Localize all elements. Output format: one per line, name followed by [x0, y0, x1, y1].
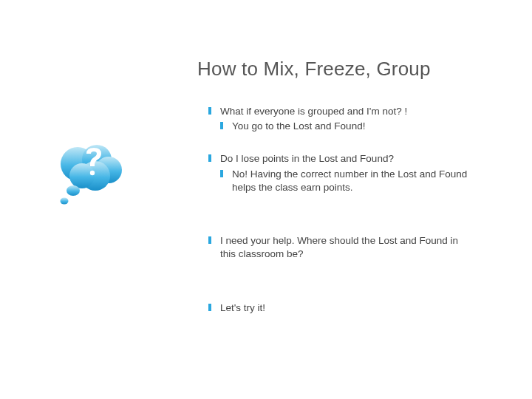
bullet-block: Do I lose points in the Lost and Found? … [208, 152, 474, 194]
bullet-item: Let's try it! [208, 301, 474, 315]
bullet-item: What if everyone is grouped and I'm not?… [208, 105, 474, 118]
square-bullet-icon [208, 236, 211, 244]
bullet-item: I need your help. Where should the Lost … [208, 234, 474, 261]
slide-title: How to Mix, Freeze, Group [197, 58, 431, 81]
svg-point-7 [90, 171, 95, 175]
svg-point-4 [69, 163, 95, 188]
bullet-text: I need your help. Where should the Lost … [220, 235, 458, 259]
bullet-block: Let's try it! [208, 301, 474, 315]
square-bullet-icon [208, 304, 211, 311]
content-area: What if everyone is grouped and I'm not?… [208, 105, 474, 315]
square-bullet-icon [208, 154, 211, 162]
svg-point-6 [61, 198, 69, 205]
sub-bullet-item: No! Having the correct number in the Los… [220, 168, 474, 194]
sub-bullet-text: You go to the Lost and Found! [232, 120, 365, 132]
bullet-block: I need your help. Where should the Lost … [208, 234, 474, 261]
bullet-text: Do I lose points in the Lost and Found? [220, 153, 394, 164]
bullet-text: What if everyone is grouped and I'm not?… [220, 106, 407, 117]
sub-bullet-item: You go to the Lost and Found! [220, 120, 474, 133]
square-bullet-icon [220, 122, 223, 129]
thought-bubble-icon [54, 142, 126, 208]
bullet-item: Do I lose points in the Lost and Found? [208, 152, 474, 166]
svg-point-5 [66, 185, 80, 196]
sub-bullet-text: No! Having the correct number in the Los… [232, 168, 467, 193]
slide: How to Mix, Freeze, Group What if everyo… [0, 0, 532, 399]
square-bullet-icon [220, 170, 223, 177]
square-bullet-icon [208, 107, 211, 115]
bullet-block: What if everyone is grouped and I'm not?… [208, 105, 474, 133]
bullet-text: Let's try it! [220, 302, 265, 313]
